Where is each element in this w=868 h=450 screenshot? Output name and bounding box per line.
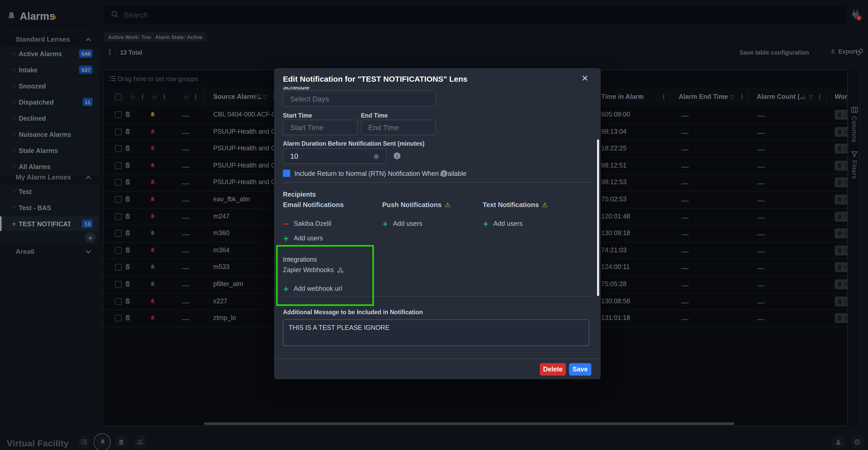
dialog-title: Edit Notification for "TEST NOTIFICATION… xyxy=(283,74,468,83)
info-icon[interactable]: i xyxy=(394,152,400,159)
divider xyxy=(283,182,592,183)
integrations-label: Integrations xyxy=(283,256,317,263)
webhook-icon xyxy=(337,267,344,273)
duration-value: 10 xyxy=(290,152,298,160)
integrations-highlight-box xyxy=(276,245,374,306)
remove-user-icon[interactable]: − xyxy=(283,221,289,226)
zapier-webhooks-label: Zapier Webhooks xyxy=(283,266,334,274)
additional-message-textarea[interactable]: THIS IS A TEST PLEASE IGNORE xyxy=(283,320,589,346)
zapier-webhooks-row: Zapier Webhooks xyxy=(283,266,344,274)
push-notifications-header: Push Notifications ⚠ xyxy=(382,201,451,209)
select-days-placeholder: Select Days xyxy=(290,94,329,103)
push-add-users-button[interactable]: + Add users xyxy=(382,220,422,227)
delete-button[interactable]: Delete xyxy=(540,363,566,376)
modal-scrollbar[interactable] xyxy=(597,140,599,296)
start-time-input[interactable]: Start Time xyxy=(283,120,358,135)
additional-message-label: Additional Message to be Included in Not… xyxy=(283,309,423,315)
schedule-label: Schedule xyxy=(283,87,309,91)
plus-icon: + xyxy=(283,286,289,292)
warning-icon: ⚠ xyxy=(445,201,451,208)
text-add-users-button[interactable]: + Add users xyxy=(483,220,523,227)
text-notifications-label: Text Notifications xyxy=(483,201,539,209)
app-root: Alarms ★ Standard Lenses ★ Active Alarms… xyxy=(0,0,868,450)
recipients-label: Recipients xyxy=(283,191,316,198)
recipient-name: Sakiba Dzelil xyxy=(293,220,331,227)
dialog-body: Schedule Select Days Start Time End Time… xyxy=(274,87,600,358)
select-days-input[interactable]: Select Days xyxy=(283,91,436,107)
clear-icon[interactable]: ⊗ xyxy=(373,152,379,160)
start-time-placeholder: Start Time xyxy=(290,123,323,131)
additional-message-value: THIS IS A TEST PLEASE IGNORE xyxy=(289,324,390,331)
start-time-label: Start Time xyxy=(283,112,312,119)
dialog-footer: Delete Save xyxy=(274,358,601,380)
end-time-placeholder: End Time xyxy=(368,123,399,131)
add-users-label: Add users xyxy=(393,220,422,227)
end-time-input[interactable]: End Time xyxy=(361,120,436,135)
duration-label: Alarm Duration Before Notification Sent … xyxy=(283,141,424,147)
end-time-label: End Time xyxy=(361,112,388,119)
email-notifications-label: Email Notifications xyxy=(283,201,344,209)
add-webhook-url-button[interactable]: + Add webhook url xyxy=(283,285,342,292)
add-webhook-label: Add webhook url xyxy=(293,285,342,292)
push-notifications-label: Push Notifications xyxy=(382,201,441,209)
close-icon[interactable]: ✕ xyxy=(582,73,588,83)
edit-notification-dialog: Edit Notification for "TEST NOTIFICATION… xyxy=(274,68,601,379)
add-users-label: Add users xyxy=(293,235,323,242)
plus-icon: + xyxy=(382,220,388,227)
email-add-users-button[interactable]: + Add users xyxy=(283,235,323,242)
plus-icon: + xyxy=(283,235,289,241)
plus-icon: + xyxy=(483,220,489,227)
text-notifications-header: Text Notifications ⚠ xyxy=(483,201,548,209)
email-recipient-row: − Sakiba Dzelil xyxy=(283,220,331,227)
email-notifications-header: Email Notifications xyxy=(283,201,344,209)
rtn-checkbox[interactable] xyxy=(283,170,290,177)
info-icon[interactable]: i xyxy=(440,170,447,177)
divider xyxy=(283,296,592,297)
duration-input[interactable]: 10 ⊗ xyxy=(283,148,386,164)
save-button[interactable]: Save xyxy=(569,363,591,376)
warning-icon: ⚠ xyxy=(542,201,548,208)
add-users-label: Add users xyxy=(493,220,523,227)
